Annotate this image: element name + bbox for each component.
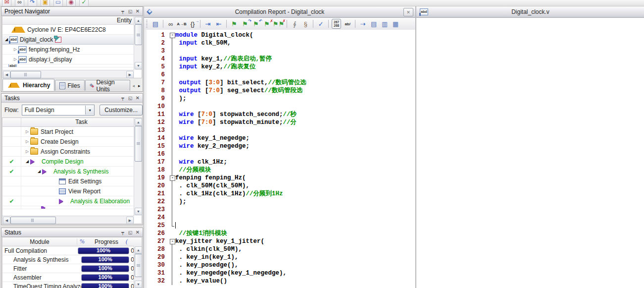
save-icon[interactable]: ▤ [150,19,161,29]
vertical-scrollbar[interactable]: ▲ ▼ [134,16,142,70]
close-icon[interactable]: ✕ [403,8,413,16]
expander-icon[interactable]: ▷ [24,149,30,154]
task-row[interactable]: Edit Settings [2,176,134,186]
vertical-scrollbar[interactable]: ▲ ▼ [134,118,142,216]
pin-icon[interactable]: ┯ [119,229,126,235]
scroll-right-icon[interactable]: ▶ [126,217,134,224]
tree-row[interactable]: Cyclone IV E: EP4CE6E22C8 [2,25,134,35]
source-content[interactable] [416,18,644,288]
scroll-down-icon[interactable]: ▼ [135,62,142,69]
fold-marker[interactable] [169,222,175,230]
scroll-left-icon[interactable]: ◀ [3,217,10,224]
previous-bookmark-icon[interactable]: ⚑↶ [250,19,261,29]
task-row[interactable] [2,206,134,209]
fold-collapse-icon[interactable]: - [170,239,175,244]
tab-hierarchy[interactable]: Hierarchy [2,79,54,91]
scroll-down-icon[interactable]: ▼ [135,208,142,215]
time-column-header[interactable]: ( [126,238,128,245]
match-delimiter-icon[interactable]: {}→ [187,19,198,29]
scrollbar-thumb[interactable] [10,217,56,224]
comment-icon[interactable]: ab/ [342,19,353,29]
expander-icon[interactable]: ▷ [24,129,30,134]
delete-bookmark-icon[interactable]: ⚑✗ [261,19,272,29]
scrollbar-thumb[interactable] [135,126,142,162]
tree-row[interactable]: ◢abdDigital_clock [2,35,134,45]
next-bookmark-icon[interactable]: ⚑↷ [240,19,250,29]
horizontal-scrollbar[interactable]: ◀ ▶ [2,216,134,224]
find-icon[interactable]: ∞ [165,19,176,29]
status-column-header[interactable] [2,118,21,126]
float-icon[interactable]: ◱ [127,8,134,14]
scrollbar-thumb[interactable] [135,24,142,45]
expander-icon[interactable]: ◢ [36,169,42,173]
task-row[interactable]: ▷Start Project [2,127,134,137]
chevron-down-icon[interactable]: ▼ [85,106,94,115]
paperclip-icon[interactable]: ∮ [289,19,300,29]
task-row[interactable]: ✔◢Compile Design [2,157,134,167]
report-pane-icon[interactable]: ▤ [368,19,379,29]
task-row[interactable]: View Report [2,186,134,196]
code-editor[interactable]: 1-module Digital_clock(2 input clk_50M,3… [144,30,415,288]
report-pane-bottom-icon[interactable]: ▦ [390,19,401,29]
task-row[interactable]: ✔Analysis & Elaboration [2,196,134,206]
line-count-button[interactable]: 267268 [332,19,341,29]
scroll-right-icon[interactable]: ▶ [126,71,134,78]
unindent-icon[interactable]: ⇤ [213,19,224,29]
insert-bookmark-icon[interactable]: ⚑ [229,19,240,29]
task-row[interactable]: ✔◢Analysis & Synthesis [2,167,134,176]
close-icon[interactable]: ✕ [134,95,141,101]
tcl-scroll-icon[interactable]: § [300,19,311,29]
replace-icon[interactable]: A→B [176,19,187,29]
task-row[interactable]: ▷Assign Constraints [2,147,134,157]
report-pane-top-icon[interactable]: ▥ [379,19,390,29]
tab-design-units[interactable]: Design Units [85,80,130,91]
tab-files[interactable]: Files [55,80,84,91]
entity-column-header[interactable]: Entity [2,16,142,25]
fold-marker[interactable]: - [169,237,175,245]
tree-row[interactable]: ▷abdfenping:fenping_Hz [2,45,134,55]
progress-column-header[interactable]: Progress [87,238,126,245]
redo-icon[interactable]: ↷ [28,0,37,6]
task-column-header[interactable]: Task [21,118,142,126]
find-icon[interactable]: ∞ [15,0,24,6]
fold-marker[interactable]: - [169,174,175,182]
flow-select[interactable]: Full Design ▼ [22,105,95,115]
customize-button[interactable]: Customize... [99,105,143,115]
scrollbar-thumb[interactable] [135,254,142,277]
delete-all-bookmarks-icon[interactable]: ⚑⚑✗ [272,19,285,29]
goto-icon[interactable]: ⇢ [357,19,368,29]
horizontal-scrollbar[interactable]: ◀ ▶ [2,70,134,78]
expander-icon[interactable]: ◢ [24,159,30,164]
tabs-scroll-left-icon[interactable]: ◂ [131,81,136,91]
vertical-scrollbar[interactable]: ▲ ▼ [134,246,142,288]
scroll-up-icon[interactable]: ▲ [135,118,142,126]
open-folder-icon[interactable]: ▣ [41,0,50,6]
globe-icon[interactable]: ◉ [66,0,76,6]
check-doc-icon[interactable]: ✓ [79,0,89,6]
scrollbar-thumb[interactable] [10,71,41,78]
mail-x-icon[interactable]: ✉ [2,0,11,6]
pin-icon[interactable]: ┯ [119,95,126,101]
window-icon[interactable]: ▭ [53,0,63,6]
scroll-up-icon[interactable]: ▲ [135,17,142,24]
close-icon[interactable]: ✕ [134,8,141,14]
expander-icon[interactable]: ▷ [24,139,30,144]
fold-collapse-icon[interactable]: - [170,175,175,181]
task-row[interactable]: ▷Create Design [2,137,134,147]
module-column-header[interactable]: Module [2,238,77,245]
close-icon[interactable]: ✕ [134,229,141,235]
fold-marker[interactable]: - [169,31,175,39]
toolbar-grip[interactable] [146,20,148,28]
scroll-up-icon[interactable]: ▲ [135,246,142,254]
tree-row-partial[interactable]: abd [2,64,134,67]
fold-collapse-icon[interactable]: - [170,33,175,38]
syntax-check-icon[interactable]: ✓ [315,19,326,29]
percent-column-header[interactable]: % [77,238,87,245]
pin-icon[interactable]: ┯ [119,8,126,14]
indent-icon[interactable]: ⇥ [202,19,213,29]
float-icon[interactable]: ◱ [127,95,134,101]
float-icon[interactable]: ◱ [127,229,134,235]
scroll-left-icon[interactable]: ◀ [3,71,10,78]
tabs-scroll-right-icon[interactable]: ▸ [137,81,142,91]
tree-row[interactable]: ▷abddisplay:i_display [2,55,134,64]
